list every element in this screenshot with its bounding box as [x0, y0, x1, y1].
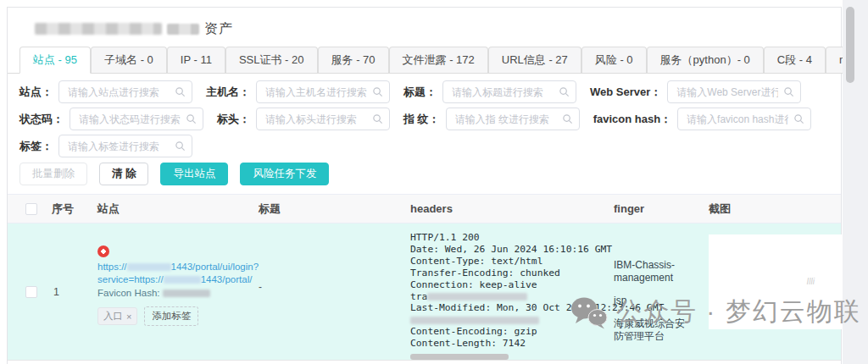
thumbnail-faint-text: Illi	[807, 277, 815, 286]
header-line: Transfer-Encoding: chunked	[410, 267, 603, 279]
site-link[interactable]: https://1443/portal/ui/login? service=ht…	[97, 261, 250, 286]
filter-row-3: 标签：	[19, 135, 841, 157]
filter-site-input[interactable]	[58, 80, 192, 103]
action-bar: 批量删除 清 除 导出站点 风险任务下发	[8, 163, 841, 185]
filter-finger-input[interactable]	[446, 108, 580, 130]
site-screenshot-thumbnail[interactable]: Illi	[709, 234, 847, 329]
row-seq: 1	[45, 223, 84, 360]
header-line: Last-Modified: Mon, 30 Oct 2023 12:23:46…	[410, 302, 603, 314]
search-icon	[175, 86, 186, 97]
page: 资产 站点 - 95 子域名 - 0 IP - 11 SSL证书 - 20 服务…	[0, 0, 868, 364]
filter-title: 标题：	[403, 80, 576, 103]
col-finger: finger	[603, 202, 698, 215]
filter-header-input[interactable]	[256, 108, 390, 130]
content-card: 资产 站点 - 95 子域名 - 0 IP - 11 SSL证书 - 20 服务…	[7, 7, 842, 364]
col-screenshot: 截图	[698, 201, 841, 217]
redacted-host	[127, 263, 171, 271]
page-title-text: 资产	[204, 20, 233, 38]
site-tag-label: 入口	[103, 310, 123, 323]
search-icon	[372, 113, 383, 124]
row-headers-cell: HTTP/1.1 200 Date: Wed, 26 Jun 2024 16:1…	[399, 223, 603, 360]
row-site-cell: https://1443/portal/ui/login? service=ht…	[84, 223, 250, 360]
tab-sites[interactable]: 站点 - 95	[19, 47, 91, 74]
filter-favicon-hash-input[interactable]	[677, 108, 811, 130]
page-title: 资产	[35, 19, 841, 38]
filter-status-code-label: 状态码：	[19, 112, 64, 127]
favicon-hash: Favicon Hash:	[97, 288, 250, 298]
select-all-checkbox[interactable]	[25, 203, 37, 215]
filter-hostname: 主机名：	[206, 80, 390, 103]
tag-row: 入口 × 添加标签	[97, 306, 250, 326]
filter-panel: 站点： 主机名： 标题： Web Server：	[8, 80, 841, 157]
filter-title-input[interactable]	[442, 80, 576, 103]
row-title-cell: -	[250, 223, 399, 360]
search-icon	[372, 86, 383, 97]
filter-header-label: 标头：	[217, 112, 250, 127]
filter-web-server-input[interactable]	[667, 80, 801, 103]
site-favicon-icon	[97, 245, 109, 257]
risk-task-button[interactable]: 风险任务下发	[240, 163, 329, 185]
search-icon	[175, 141, 186, 152]
row-checkbox[interactable]	[25, 286, 37, 298]
tab-c-segment[interactable]: C段 - 4	[764, 47, 826, 74]
sites-table: 序号 站点 标题 headers finger 截图 1 https://144…	[8, 194, 841, 361]
tab-risk[interactable]: 风险 - 0	[581, 47, 647, 74]
tag-close-icon[interactable]: ×	[126, 312, 131, 322]
finger-item: IBM-Chassis-management	[614, 259, 693, 284]
redacted-header-value	[427, 293, 527, 301]
tab-services-python[interactable]: 服务（python）- 0	[647, 47, 764, 74]
header-line: Connection: keep-alive	[410, 279, 603, 291]
filter-site: 站点：	[19, 80, 192, 103]
tab-file-leaks[interactable]: 文件泄露 - 172	[389, 47, 488, 74]
table-header: 序号 站点 标题 headers finger 截图	[8, 195, 841, 223]
filter-finger: 指 纹：	[403, 108, 580, 130]
filter-tag-input[interactable]	[58, 135, 192, 157]
filter-hostname-input[interactable]	[256, 80, 390, 103]
scrollbar-track[interactable]	[843, 0, 868, 364]
table-row: 1 https://1443/portal/ui/login? service=…	[8, 223, 841, 361]
row-finger-cell: IBM-Chassis-management jsp 海康威视综合安防管理平台	[603, 223, 698, 360]
tab-ssl-certs[interactable]: SSL证书 - 20	[225, 47, 318, 74]
bulk-delete-button[interactable]: 批量删除	[19, 163, 87, 185]
redacted-hash	[163, 290, 210, 297]
search-icon	[562, 113, 573, 124]
tab-ip[interactable]: IP - 11	[167, 47, 225, 74]
filter-status-code: 状态码：	[19, 108, 203, 130]
redacted-header-line	[410, 317, 539, 324]
finger-item: 海康威视综合安防管理平台	[614, 317, 693, 343]
filter-row-1: 站点： 主机名： 标题： Web Server：	[19, 80, 841, 103]
redacted-title-block	[167, 24, 199, 35]
filter-hostname-label: 主机名：	[206, 85, 250, 100]
search-icon	[559, 86, 570, 97]
header-line: Date: Wed, 26 Jun 2024 16:10:16 GMT	[410, 244, 603, 256]
redacted-host	[164, 276, 201, 284]
search-icon	[783, 86, 794, 97]
col-site: 站点	[84, 201, 250, 217]
finger-item: jsp	[614, 295, 693, 307]
filter-header: 标头：	[217, 108, 390, 130]
search-icon	[186, 113, 197, 124]
header-line	[410, 314, 603, 326]
filter-tag-label: 标签：	[19, 139, 53, 154]
header-line: tra	[410, 291, 603, 303]
filter-title-label: 标题：	[403, 85, 437, 100]
scrollbar-thumb[interactable]	[846, 7, 854, 83]
col-title: 标题	[250, 201, 399, 217]
header-line: Content-Encoding: gzip	[410, 326, 603, 338]
tab-subdomains[interactable]: 子域名 - 0	[91, 47, 167, 74]
add-tag-button[interactable]: 添加标签	[144, 306, 198, 326]
filter-status-code-input[interactable]	[70, 108, 203, 130]
search-icon	[793, 113, 804, 124]
tab-services[interactable]: 服务 - 70	[318, 47, 389, 74]
filter-web-server: Web Server：	[590, 80, 801, 103]
tab-url-info[interactable]: URL信息 - 27	[488, 47, 581, 74]
header-line: HTTP/1.1 200	[410, 232, 603, 244]
header-line: Content-Length: 7142	[410, 338, 603, 350]
header-line: Content-Type: text/html	[410, 256, 603, 267]
filter-finger-label: 指 纹：	[403, 112, 440, 127]
site-tag[interactable]: 入口 ×	[97, 307, 137, 325]
filter-site-label: 站点：	[19, 85, 53, 100]
export-sites-button[interactable]: 导出站点	[160, 163, 228, 185]
tab-bar: 站点 - 95 子域名 - 0 IP - 11 SSL证书 - 20 服务 - …	[8, 47, 841, 74]
clear-button[interactable]: 清 除	[99, 163, 148, 185]
